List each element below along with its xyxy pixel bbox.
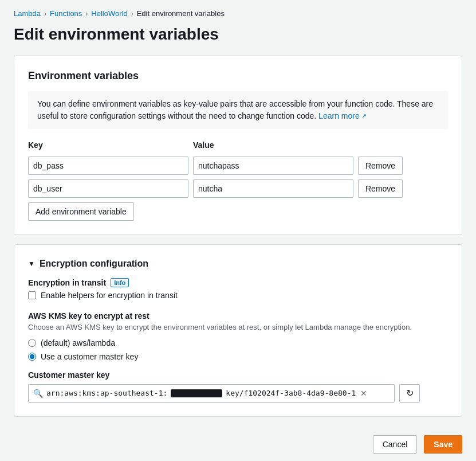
breadcrumb-sep-2: ›	[85, 10, 88, 18]
breadcrumb-lambda[interactable]: Lambda	[14, 9, 41, 18]
external-link-icon: ↗	[361, 111, 367, 121]
footer: Cancel Save	[14, 426, 462, 458]
transit-checkbox[interactable]	[28, 291, 36, 299]
clear-icon[interactable]: ✕	[359, 388, 368, 399]
page-title: Edit environment variables	[14, 25, 462, 44]
transit-info-badge[interactable]: Info	[111, 278, 129, 287]
env-value-input-2[interactable]	[193, 179, 353, 198]
radio-customer-row: Use a customer master key	[28, 352, 448, 361]
search-icon: 🔍	[33, 389, 43, 398]
transit-checkbox-label[interactable]: Enable helpers for encryption in transit	[41, 291, 178, 300]
cancel-button[interactable]: Cancel	[373, 435, 418, 454]
env-value-input-1[interactable]	[193, 157, 353, 175]
arn-prefix-text: arn:aws:kms:ap-southeast-1:	[46, 389, 167, 397]
transit-label-row: Encryption in transit Info	[28, 278, 448, 287]
breadcrumb: Lambda › Functions › HelloWorld › Edit e…	[14, 9, 462, 18]
env-vars-headers: Key Value	[28, 140, 448, 152]
encryption-card: ▼ Encryption configuration Encryption in…	[14, 244, 462, 417]
save-button[interactable]: Save	[424, 435, 462, 454]
breadcrumb-sep-1: ›	[44, 10, 46, 18]
env-vars-description: You can define environment variables as …	[28, 91, 448, 129]
refresh-button[interactable]: ↻	[399, 384, 420, 403]
env-vars-card: Environment variables You can define env…	[14, 56, 462, 235]
env-vars-title: Environment variables	[28, 70, 448, 82]
radio-customer[interactable]	[28, 353, 36, 361]
remove-button-1[interactable]: Remove	[358, 157, 403, 175]
breadcrumb-current: Edit environment variables	[137, 9, 225, 18]
value-column-header: Value	[193, 140, 353, 150]
kms-title: AWS KMS key to encrypt at rest	[28, 311, 448, 321]
refresh-icon: ↻	[406, 388, 414, 399]
env-key-input-2[interactable]	[28, 179, 188, 198]
breadcrumb-helloworld[interactable]: HelloWorld	[91, 9, 127, 18]
collapse-icon[interactable]: ▼	[28, 260, 35, 268]
encryption-header: ▼ Encryption configuration	[28, 259, 448, 269]
key-column-header: Key	[28, 140, 188, 150]
radio-default-label[interactable]: (default) aws/lambda	[41, 338, 115, 347]
radio-default[interactable]	[28, 339, 36, 347]
arn-redacted-block	[171, 389, 222, 397]
env-var-row-2: Remove	[28, 179, 448, 198]
breadcrumb-sep-3: ›	[131, 10, 133, 18]
customer-key-label: Customer master key	[28, 370, 448, 380]
transit-label: Encryption in transit	[28, 278, 106, 287]
radio-customer-label[interactable]: Use a customer master key	[41, 352, 138, 361]
env-var-row-1: Remove	[28, 157, 448, 175]
arn-row: 🔍 arn:aws:kms:ap-southeast-1: key/f10202…	[28, 384, 448, 403]
radio-default-row: (default) aws/lambda	[28, 338, 448, 347]
learn-more-link[interactable]: Learn more ↗	[318, 110, 367, 122]
env-key-input-1[interactable]	[28, 157, 188, 175]
remove-button-2[interactable]: Remove	[358, 179, 403, 198]
add-env-variable-button[interactable]: Add environment variable	[28, 202, 134, 221]
encryption-title: Encryption configuration	[40, 259, 148, 269]
arn-input-wrapper: 🔍 arn:aws:kms:ap-southeast-1: key/f10202…	[28, 384, 395, 403]
kms-description: Choose an AWS KMS key to encrypt the env…	[28, 323, 448, 331]
transit-checkbox-row: Enable helpers for encryption in transit	[28, 291, 448, 300]
breadcrumb-functions[interactable]: Functions	[50, 9, 82, 18]
arn-suffix-text: key/f102024f-3ab8-4da9-8e80-1	[226, 389, 356, 397]
